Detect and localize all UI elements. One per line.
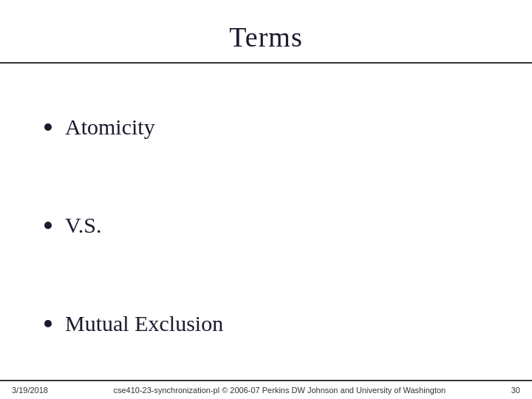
bullet-text-1: Atomicity [65,115,155,140]
slide-title: Terms [30,21,502,53]
footer-page: 30 [511,386,520,395]
bullet-dot-1 [44,123,52,131]
slide: Terms Atomicity V.S. Mutual Exclusion 3/… [0,0,532,399]
bullet-item-2: V.S. [44,213,488,238]
slide-content: Atomicity V.S. Mutual Exclusion [0,64,532,380]
slide-header: Terms [0,0,532,64]
bullet-item-3: Mutual Exclusion [44,311,488,336]
bullet-dot-3 [44,320,52,327]
footer-date: 3/19/2018 [12,386,48,395]
footer-credit: cse410-23-synchronization-pl © 2006-07 P… [48,386,511,395]
bullet-item-1: Atomicity [44,115,488,140]
bullet-dot-2 [44,222,52,229]
slide-footer: 3/19/2018 cse410-23-synchronization-pl ©… [0,380,532,399]
bullet-text-2: V.S. [65,213,101,238]
bullet-text-3: Mutual Exclusion [65,311,223,336]
